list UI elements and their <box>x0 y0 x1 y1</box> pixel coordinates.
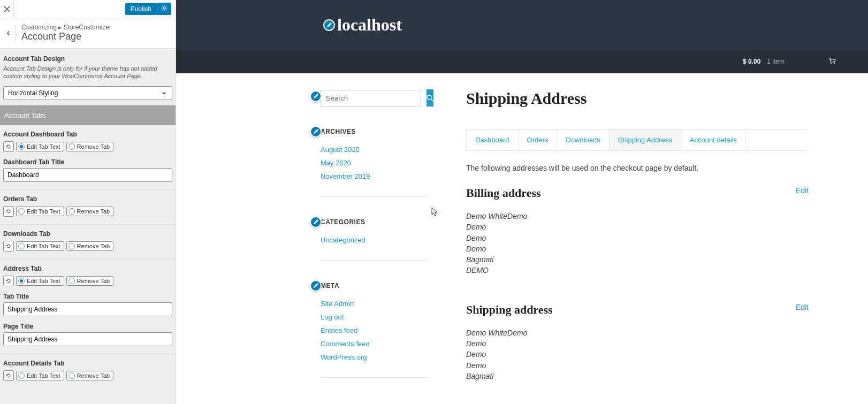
widget-link[interactable]: Comments feed <box>321 340 370 348</box>
widget-link[interactable]: Site Admin <box>321 300 354 308</box>
account-tabs-nav: DashboardOrdersDownloadsShipping Address… <box>466 129 809 151</box>
subfield-input[interactable] <box>3 332 172 346</box>
svg-point-2 <box>834 63 835 64</box>
search-input[interactable] <box>321 90 421 106</box>
tab-block-heading: Account Details Tab <box>3 360 172 367</box>
widget-link[interactable]: Log out <box>321 313 344 321</box>
account-tab[interactable]: Account details <box>681 129 746 150</box>
tab-block: Orders TabEdit Tab TextRemove Tab <box>0 190 176 225</box>
remove-tab-radio[interactable]: Remove Tab <box>66 142 114 151</box>
widget-list-item: WordPress.org <box>321 350 429 364</box>
design-section-label: Account Tab Design <box>3 55 170 63</box>
sidebar-widget: METASite AdminLog outEntries feedComment… <box>321 282 429 378</box>
edit-tab-text-radio[interactable]: Edit Tab Text <box>16 276 64 286</box>
edit-shortcut-widget[interactable] <box>310 216 322 228</box>
tab-block: Address TabEdit Tab TextRemove TabTab Ti… <box>0 260 176 354</box>
radio-label: Remove Tab <box>77 143 110 150</box>
reset-button[interactable] <box>3 206 14 217</box>
radio-icon <box>68 243 75 249</box>
edit-address-link[interactable]: Edit <box>796 303 809 317</box>
preview-main: Shipping Address DashboardOrdersDownload… <box>466 89 809 404</box>
widget-link[interactable]: Entries feed <box>321 326 357 334</box>
cart-total: $ 0.00 <box>743 58 760 65</box>
subfield-input[interactable] <box>3 302 172 316</box>
publish-button[interactable]: Publish <box>125 3 157 15</box>
radio-label: Edit Tab Text <box>27 143 60 150</box>
edit-shortcut-widget[interactable] <box>310 280 322 292</box>
cart-icon[interactable] <box>828 57 836 66</box>
close-button[interactable] <box>0 0 14 18</box>
remove-tab-radio[interactable]: Remove Tab <box>66 276 114 286</box>
account-tab[interactable]: Downloads <box>557 129 608 150</box>
sidebar-widget: CATEGORIESUncategorized <box>321 218 429 261</box>
widget-link[interactable]: WordPress.org <box>321 353 367 361</box>
radio-label: Remove Tab <box>77 278 110 284</box>
radio-label: Edit Tab Text <box>27 278 60 284</box>
edit-tab-text-radio[interactable]: Edit Tab Text <box>16 241 64 251</box>
widget-title: META <box>321 282 429 289</box>
radio-icon <box>68 278 75 284</box>
sidebar-widget: ARCHIVESAugust 2020May 2020November 2019 <box>321 128 429 197</box>
widget-list-item: Entries feed <box>321 324 429 337</box>
widget-list-item: May 2020 <box>321 156 429 170</box>
tab-block-heading: Downloads Tab <box>3 230 172 238</box>
pencil-icon <box>326 22 332 28</box>
subfield-label: Dashboard Tab Title <box>3 158 172 166</box>
edit-shortcut-search[interactable] <box>310 90 322 102</box>
edit-tab-text-radio[interactable]: Edit Tab Text <box>16 371 64 380</box>
address-title: Shipping address <box>466 303 553 317</box>
tab-block-heading: Orders Tab <box>3 195 172 203</box>
reset-button[interactable] <box>3 370 14 381</box>
radio-icon <box>18 278 25 284</box>
widget-list-item: Uncategorized <box>321 233 429 247</box>
tab-block: Account Details TabEdit Tab TextRemove T… <box>0 354 176 388</box>
edit-shortcut-widget[interactable] <box>310 126 322 138</box>
remove-tab-radio[interactable]: Remove Tab <box>66 371 114 380</box>
widget-title: CATEGORIES <box>321 218 429 226</box>
design-section-description: Account Tab Design is only for if your t… <box>3 65 170 80</box>
cart-bar: $ 0.00 1 item <box>176 50 868 73</box>
search-button[interactable] <box>427 89 433 106</box>
svg-point-0 <box>163 7 165 9</box>
reset-button[interactable] <box>3 276 14 286</box>
customizer-topbar: Publish <box>0 0 176 18</box>
radio-label: Remove Tab <box>77 243 110 249</box>
widget-list-item: Comments feed <box>321 337 429 350</box>
tab-row-controls: Edit Tab TextRemove Tab <box>3 370 172 381</box>
publish-settings-button[interactable] <box>157 3 171 15</box>
tab-row-controls: Edit Tab TextRemove Tab <box>3 206 172 217</box>
account-tab[interactable]: Shipping Address <box>609 129 681 150</box>
account-tab[interactable]: Dashboard <box>466 129 518 150</box>
radio-label: Edit Tab Text <box>27 208 60 215</box>
account-tab[interactable]: Orders <box>518 129 557 150</box>
widget-link[interactable]: Uncategorized <box>321 236 366 244</box>
breadcrumb-title: Account Page <box>21 31 111 43</box>
radio-label: Remove Tab <box>77 372 110 379</box>
subfield-input[interactable] <box>3 168 172 182</box>
edit-address-link[interactable]: Edit <box>796 186 809 200</box>
widget-link[interactable]: May 2020 <box>321 159 351 167</box>
remove-tab-radio[interactable]: Remove Tab <box>66 241 114 251</box>
radio-label: Edit Tab Text <box>27 372 60 379</box>
edit-tab-text-radio[interactable]: Edit Tab Text <box>16 142 64 151</box>
remove-tab-radio[interactable]: Remove Tab <box>66 207 114 216</box>
radio-icon <box>18 372 25 379</box>
edit-shortcut-logo[interactable] <box>323 19 335 31</box>
tab-design-select[interactable]: Horizontal Styling <box>3 86 172 100</box>
back-button[interactable] <box>6 25 16 41</box>
reset-button[interactable] <box>3 141 14 152</box>
address-body: Demo WhiteDemoDemoDemoDemoBagmatiDEMO <box>466 211 809 276</box>
widget-title: ARCHIVES <box>321 128 429 135</box>
tab-row-controls: Edit Tab TextRemove Tab <box>3 241 172 251</box>
edit-tab-text-radio[interactable]: Edit Tab Text <box>16 207 64 216</box>
widget-link[interactable]: November 2019 <box>321 172 370 180</box>
widget-link[interactable]: August 2020 <box>321 146 360 154</box>
radio-label: Remove Tab <box>77 208 110 215</box>
radio-icon <box>18 143 25 150</box>
tab-block: Account Dashboard TabEdit Tab TextRemove… <box>0 125 176 190</box>
reset-button[interactable] <box>3 241 14 251</box>
address-title: Billing address <box>466 186 541 200</box>
undo-icon <box>5 278 12 284</box>
undo-icon <box>5 372 12 379</box>
site-title[interactable]: localhost <box>337 15 402 35</box>
